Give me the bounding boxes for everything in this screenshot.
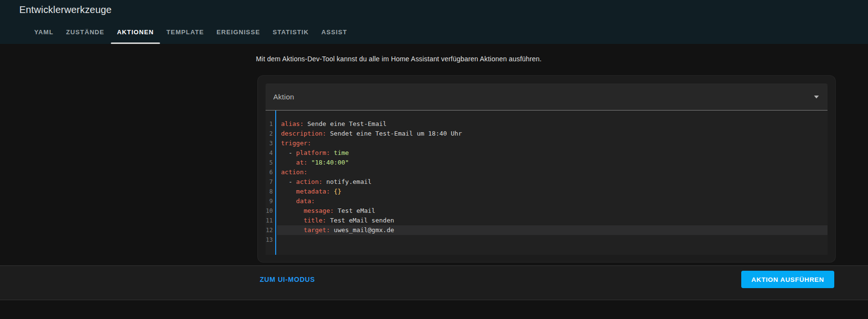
code-line-9[interactable]: data: [277, 196, 828, 206]
code-token-plain [307, 159, 311, 166]
code-line-11[interactable]: title: Test eMail senden [277, 216, 828, 225]
code-token-plain: Test eMail senden [326, 217, 394, 224]
code-token-plain: Test eMail [334, 207, 375, 214]
tab-label: YAML [34, 28, 53, 36]
code-token-key: at: [296, 159, 307, 166]
tab-assist[interactable]: ASSIST [315, 20, 354, 44]
tab-label: ZUSTÄNDE [66, 28, 105, 36]
code-token-key: action: [296, 178, 322, 185]
run-action-button[interactable]: AKTION AUSFÜHREN [741, 271, 834, 288]
code-line-2[interactable]: description: Sendet eine Test-Email um 1… [277, 129, 828, 139]
code-token-plain: Sende eine Test-Email [304, 120, 387, 127]
code-line-4[interactable]: - platform: time [277, 148, 828, 158]
tab-label: ASSIST [321, 28, 347, 36]
code-token-string: "18:40:00" [311, 159, 349, 166]
tab-statistik[interactable]: STATISTIK [267, 20, 315, 44]
footer-bar: ZUM UI-MODUS AKTION AUSFÜHREN [0, 265, 868, 300]
page-title: Entwicklerwerkzeuge [19, 4, 112, 15]
code-token-string: time [334, 149, 349, 156]
code-token-plain [281, 188, 296, 195]
tab-bar: YAMLZUSTÄNDEAKTIONENTEMPLATEEREIGNISSEST… [28, 20, 353, 44]
code-line-6[interactable]: action: [277, 167, 828, 177]
action-select-label: Aktion [273, 93, 294, 101]
line-number: 4 [266, 148, 275, 158]
tab-zustaende[interactable]: ZUSTÄNDE [60, 20, 111, 44]
tab-label: STATISTIK [273, 28, 309, 36]
tab-label: EREIGNISSE [216, 28, 260, 36]
chevron-down-icon [814, 96, 819, 98]
line-number: 10 [266, 206, 275, 216]
active-tab-indicator [111, 42, 160, 44]
tab-aktionen[interactable]: AKTIONEN [111, 20, 160, 44]
code-token-plain: Sendet eine Test-Email um 18:40 Uhr [326, 130, 462, 137]
code-line-8[interactable]: metadata: {} [277, 187, 828, 196]
line-number: 9 [266, 196, 275, 206]
code-line-3[interactable]: trigger: [277, 139, 828, 148]
code-token-plain [281, 217, 304, 224]
code-token-key: title: [304, 217, 326, 224]
line-number: 7 [266, 177, 275, 187]
code-token-plain [281, 159, 296, 166]
line-number: 5 [266, 158, 275, 167]
code-token-key: target: [304, 226, 330, 234]
line-number: 2 [266, 129, 275, 139]
ui-mode-link[interactable]: ZUM UI-MODUS [256, 271, 319, 288]
line-number: 13 [266, 235, 275, 245]
code-token-key: description: [281, 130, 326, 137]
code-token-key: action: [281, 168, 307, 176]
app-header: Entwicklerwerkzeuge YAMLZUSTÄNDEAKTIONEN… [0, 0, 868, 44]
line-number: 12 [266, 225, 275, 235]
action-select[interactable]: Aktion [266, 83, 828, 111]
code-token-plain [281, 226, 304, 234]
tab-label: AKTIONEN [117, 28, 154, 36]
code-token-key: platform: [296, 149, 330, 156]
yaml-editor[interactable]: 12345678910111213 alias: Sende eine Test… [266, 111, 828, 255]
line-number: 6 [266, 167, 275, 177]
description-text: Mit dem Aktions-Dev-Tool kannst du alle … [256, 55, 542, 63]
line-number: 8 [266, 187, 275, 196]
editor-gutter: 12345678910111213 [266, 111, 276, 255]
code-line-5[interactable]: at: "18:40:00" [277, 158, 828, 167]
code-token-plain: - [281, 149, 296, 156]
developer-tools-page: Entwicklerwerkzeuge YAMLZUSTÄNDEAKTIONEN… [0, 0, 868, 319]
code-token-key: alias: [281, 120, 304, 127]
code-token-plain [330, 149, 334, 156]
line-number: 11 [266, 216, 275, 225]
code-token-key: trigger: [281, 139, 311, 147]
code-token-plain: - [281, 178, 296, 185]
code-token-key: message: [304, 207, 334, 214]
tab-label: TEMPLATE [166, 28, 204, 36]
footer-actions: ZUM UI-MODUS AKTION AUSFÜHREN [256, 271, 834, 288]
code-token-brace: {} [334, 188, 342, 195]
line-number: 3 [266, 139, 275, 148]
code-token-plain [281, 207, 304, 214]
action-card: Aktion 12345678910111213 alias: Sende ei… [257, 75, 836, 263]
code-line-12[interactable]: target: uwes_mail@gmx.de [277, 225, 828, 235]
line-number: 1 [266, 119, 275, 129]
tab-yaml[interactable]: YAML [28, 20, 60, 44]
code-token-plain: uwes_mail@gmx.de [330, 226, 394, 234]
code-line-7[interactable]: - action: notify.email [277, 177, 828, 187]
code-token-key: metadata: [296, 188, 330, 195]
code-line-13[interactable] [277, 235, 828, 245]
code-line-1[interactable]: alias: Sende eine Test-Email [277, 119, 828, 129]
code-token-key: data: [296, 197, 315, 205]
code-token-plain [330, 188, 334, 195]
code-token-plain: notify.email [322, 178, 372, 185]
tab-ereignisse[interactable]: EREIGNISSE [210, 20, 266, 44]
code-line-10[interactable]: message: Test eMail [277, 206, 828, 216]
tab-template[interactable]: TEMPLATE [160, 20, 210, 44]
code-token-plain [281, 197, 296, 205]
editor-content[interactable]: alias: Sende eine Test-Emaildescription:… [277, 111, 828, 255]
